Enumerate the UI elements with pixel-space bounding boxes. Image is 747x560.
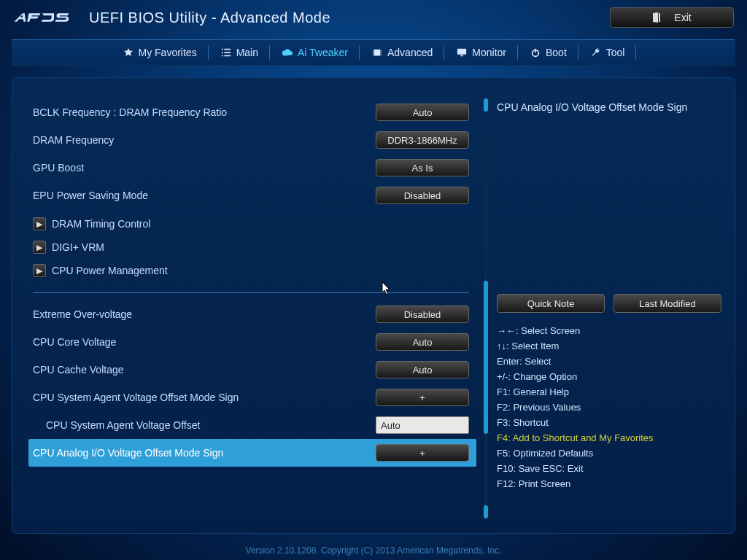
scrollbar[interactable] [482, 98, 489, 518]
setting-label: CPU Core Voltage [33, 336, 376, 348]
tab-label: Tool [606, 47, 625, 58]
setting-label: DRAM Frequency [33, 134, 376, 146]
setting-value-button[interactable]: + [376, 389, 469, 406]
svg-rect-0 [659, 13, 660, 22]
submenu-item[interactable]: ▶CPU Power Management [33, 259, 476, 282]
submenu-label: DRAM Timing Control [52, 218, 150, 230]
setting-label: CPU System Agent Voltage Offset Mode Sig… [33, 392, 376, 403]
svg-rect-3 [222, 52, 223, 53]
exit-label: Exit [674, 12, 691, 23]
setting-label: GPU Boost [33, 162, 376, 174]
help-text: CPU Analog I/O Voltage Offset Mode Sign [497, 98, 721, 288]
setting-value-button[interactable]: Auto [376, 361, 469, 378]
tab-main[interactable]: Main [209, 39, 270, 66]
keyhelp-line: F1: General Help [497, 384, 721, 400]
keyhelp-line: ↑↓: Select Item [497, 338, 721, 354]
exit-icon [652, 12, 661, 23]
setting-label: CPU System Agent Voltage Offset [33, 419, 376, 431]
setting-label: CPU Analog I/O Voltage Offset Mode Sign [33, 447, 376, 459]
tab-tool[interactable]: Tool [578, 39, 637, 66]
svg-rect-8 [373, 50, 374, 51]
section-divider [33, 292, 469, 293]
keyhelp-line: F12: Print Screen [497, 476, 721, 491]
list-icon [220, 47, 232, 58]
cloud-icon [282, 47, 293, 58]
keyhelp-line: →←: Select Screen [497, 323, 721, 338]
submenu-arrow-icon: ▶ [33, 241, 46, 254]
setting-row[interactable]: BCLK Frequency : DRAM Frequency RatioAut… [33, 98, 476, 126]
setting-row[interactable]: CPU Core VoltageAuto [33, 328, 476, 356]
setting-value-button[interactable]: Disabled [376, 187, 469, 204]
settings-panel: BCLK Frequency : DRAM Frequency RatioAut… [12, 98, 482, 518]
footer-text: Version 2.10.1208. Copyright (C) 2013 Am… [0, 545, 747, 556]
setting-value-button[interactable]: Disabled [376, 306, 469, 323]
setting-input[interactable]: Auto [376, 416, 469, 434]
submenu-label: DIGI+ VRM [52, 241, 104, 253]
setting-value-button[interactable]: As Is [376, 159, 469, 176]
star-icon [123, 47, 134, 58]
setting-value-button[interactable]: Auto [376, 104, 469, 121]
tab-label: My Favorites [139, 47, 197, 58]
last-modified-button[interactable]: Last Modified [614, 294, 721, 313]
keyhelp-line: F2: Previous Values [497, 400, 721, 415]
setting-row[interactable]: Extreme Over-voltageDisabled [33, 300, 476, 328]
svg-rect-15 [461, 55, 464, 57]
keyhelp-line: +/-: Change Option [497, 369, 721, 384]
submenu-arrow-icon: ▶ [33, 217, 46, 230]
submenu-item[interactable]: ▶DRAM Timing Control [33, 212, 476, 236]
tab-bar: My FavoritesMainAi TweakerAdvancedMonito… [12, 39, 735, 66]
tab-my-favorites[interactable]: My Favorites [111, 39, 209, 66]
svg-rect-9 [373, 52, 374, 53]
tab-label: Advanced [387, 47, 433, 58]
submenu-item[interactable]: ▶DIGI+ VRM [33, 236, 476, 259]
asus-logo [13, 9, 80, 26]
tab-monitor[interactable]: Monitor [444, 39, 518, 66]
setting-value-button[interactable]: + [376, 444, 469, 462]
submenu-arrow-icon: ▶ [33, 264, 46, 277]
quick-note-button[interactable]: Quick Note [497, 294, 605, 313]
setting-value-button[interactable]: DDR3-1866MHz [376, 131, 469, 149]
keyhelp-line: F10: Save ESC: Exit [497, 461, 721, 476]
keyhelp-line: F3: Shortcut [497, 415, 721, 430]
svg-rect-11 [380, 50, 382, 51]
keyhelp-line: Enter: Select [497, 354, 721, 369]
setting-label: BCLK Frequency : DRAM Frequency Ratio [33, 106, 376, 118]
svg-rect-12 [380, 52, 382, 53]
svg-rect-14 [457, 49, 466, 55]
svg-rect-1 [222, 49, 223, 50]
main-frame: BCLK Frequency : DRAM Frequency RatioAut… [12, 77, 735, 534]
svg-rect-2 [224, 49, 231, 50]
setting-row[interactable]: CPU Cache VoltageAuto [33, 356, 476, 384]
keyhelp-line: F5: Optimized Defaults [497, 446, 721, 461]
tab-advanced[interactable]: Advanced [360, 39, 444, 66]
keyhelp-line: F4: Add to Shortcut and My Favorites [497, 430, 721, 446]
key-help: →←: Select Screen↑↓: Select ItemEnter: S… [497, 323, 721, 491]
chip-icon [371, 47, 383, 58]
page-title: UEFI BIOS Utility - Advanced Mode [89, 9, 330, 26]
setting-label: CPU Cache Voltage [33, 364, 376, 376]
tab-label: Main [236, 47, 258, 58]
monitor-icon [456, 47, 468, 58]
svg-rect-5 [222, 55, 223, 57]
exit-button[interactable]: Exit [610, 7, 734, 28]
tab-boot[interactable]: Boot [518, 39, 578, 66]
setting-row[interactable]: CPU Analog I/O Voltage Offset Mode Sign+ [28, 439, 476, 467]
svg-rect-10 [373, 55, 374, 55]
submenu-label: CPU Power Management [52, 265, 168, 276]
svg-rect-13 [380, 55, 382, 55]
svg-rect-7 [374, 50, 381, 56]
svg-rect-6 [224, 55, 231, 57]
setting-label: Extreme Over-voltage [33, 308, 376, 320]
tab-label: Boot [546, 47, 567, 58]
setting-row[interactable]: CPU System Agent Voltage Offset Mode Sig… [33, 384, 476, 411]
power-icon [530, 47, 541, 58]
setting-row[interactable]: EPU Power Saving ModeDisabled [33, 182, 476, 209]
setting-row[interactable]: DRAM FrequencyDDR3-1866MHz [33, 126, 476, 154]
svg-rect-4 [224, 52, 231, 53]
setting-value-button[interactable]: Auto [376, 333, 469, 351]
tab-label: Monitor [472, 47, 506, 58]
setting-row[interactable]: GPU BoostAs Is [33, 154, 476, 182]
tab-label: Ai Tweaker [298, 47, 348, 58]
tab-ai-tweaker[interactable]: Ai Tweaker [270, 39, 360, 66]
setting-row[interactable]: CPU System Agent Voltage OffsetAuto [33, 411, 476, 439]
